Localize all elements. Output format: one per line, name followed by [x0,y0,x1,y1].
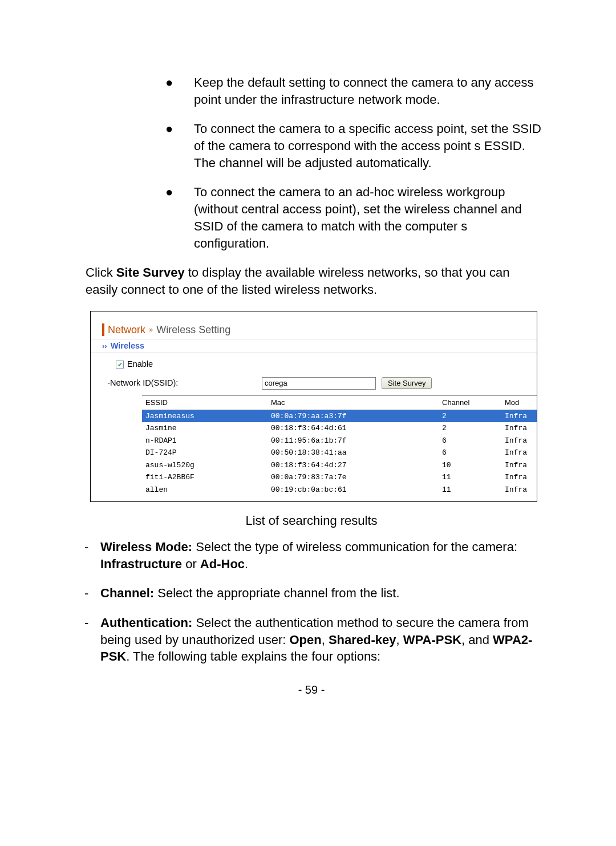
table-cell: 2 [439,422,501,435]
table-cell: asus-wl520g [142,459,268,472]
bullet-icon: ● [165,74,194,108]
table-cell: 11 [439,484,501,496]
table-row[interactable]: DI-724P00:50:18:38:41:aa6Infra [142,447,537,459]
list-item: - Channel: Select the appropriate channe… [80,585,543,602]
ssid-input[interactable] [262,377,376,390]
list-text: Channel: Select the appropriate channel … [100,585,543,602]
dash-icon: - [84,539,100,572]
figure-caption: List of searching results [80,512,543,529]
bullet-item: ● To connect the camera to a specific ac… [165,120,543,171]
table-cell: 00:18:f3:64:4d:27 [268,459,439,472]
enable-label: Enable [127,359,153,370]
list-item: - Wireless Mode: Select the type of wire… [80,539,543,572]
table-cell: 00:11:95:6a:1b:7f [268,435,439,447]
table-cell: fiti-A2BB6F [142,471,268,484]
table-row[interactable]: fiti-A2BB6F00:0a:79:83:7a:7e11Infra [142,471,537,484]
bullet-text: To connect the camera to an ad-hoc wirel… [194,184,543,252]
table-cell: n-RDAP1 [142,435,268,447]
section-header: ›› Wireless [91,339,537,354]
ssid-row: ·Network ID(SSID): Site Survey [91,375,537,395]
networks-table: ESSID Mac Channel Mod Jasmineasus00:0a:7… [142,395,537,496]
table-cell: 11 [439,471,501,484]
ssid-label: ·Network ID(SSID): [108,378,256,389]
enable-checkbox[interactable]: ✔ [116,361,124,369]
table-header-row: ESSID Mac Channel Mod [142,395,537,410]
table-cell: 00:0a:79:aa:a3:7f [268,410,439,422]
table-cell: Jasmineasus [142,410,268,422]
breadcrumb-sub: Wireless Setting [156,323,230,337]
intro-bold: Site Survey [116,265,185,280]
table-cell: allen [142,484,268,496]
bullet-item: ● Keep the default setting to connect th… [165,74,543,108]
col-essid: ESSID [142,395,268,410]
table-cell: Jasmine [142,422,268,435]
table-cell: 00:0a:79:83:7a:7e [268,471,439,484]
table-row[interactable]: allen00:19:cb:0a:bc:6111Infra [142,484,537,496]
breadcrumb-network: Network [108,323,145,337]
table-cell: Infra [501,447,537,459]
chevron-right-icon: » [149,325,153,335]
table-row[interactable]: Jasmineasus00:0a:79:aa:a3:7f2Infra [142,410,537,422]
table-cell: 6 [439,447,501,459]
intro-text: Click [86,265,116,280]
table-cell: Infra [501,435,537,447]
table-cell: Infra [501,484,537,496]
table-cell: 2 [439,410,501,422]
list-text: Authentication: Select the authenticatio… [100,614,543,665]
section-label: Wireless [111,341,145,352]
dash-icon: - [84,585,100,602]
bullet-item: ● To connect the camera to an ad-hoc wir… [165,184,543,252]
list-item: - Authentication: Select the authenticat… [80,614,543,665]
table-cell: Infra [501,422,537,435]
table-cell: 00:18:f3:64:4d:61 [268,422,439,435]
bullet-icon: ● [165,120,194,171]
table-row[interactable]: n-RDAP100:11:95:6a:1b:7f6Infra [142,435,537,447]
intro-paragraph: Click Site Survey to display the availab… [86,264,540,298]
table-cell: 00:19:cb:0a:bc:61 [268,484,439,496]
screenshot-panel: Network » Wireless Setting ›› Wireless ✔… [90,311,537,503]
table-cell: 00:50:18:38:41:aa [268,447,439,459]
list-text: Wireless Mode: Select the type of wirele… [100,539,543,572]
table-row[interactable]: Jasmine00:18:f3:64:4d:612Infra [142,422,537,435]
col-mode: Mod [501,395,537,410]
bullet-icon: ● [165,184,194,252]
enable-row: ✔ Enable [91,357,537,375]
page-number: - 59 - [80,682,543,698]
dash-list: - Wireless Mode: Select the type of wire… [80,539,543,665]
table-cell: Infra [501,471,537,484]
table-cell: Infra [501,410,537,422]
bullet-text: To connect the camera to a specific acce… [194,120,543,171]
table-cell: 10 [439,459,501,472]
bullet-list: ● Keep the default setting to connect th… [165,74,543,252]
table-cell: Infra [501,459,537,472]
table-cell: DI-724P [142,447,268,459]
table-row[interactable]: asus-wl520g00:18:f3:64:4d:2710Infra [142,459,537,472]
table-cell: 6 [439,435,501,447]
panel-title: Network » Wireless Setting [91,323,537,337]
title-bar-icon [102,323,104,336]
chevron-double-icon: ›› [102,341,107,351]
dash-icon: - [84,614,100,665]
site-survey-button[interactable]: Site Survey [382,377,432,389]
col-mac: Mac [268,395,439,410]
col-channel: Channel [439,395,501,410]
bullet-text: Keep the default setting to connect the … [194,74,543,108]
